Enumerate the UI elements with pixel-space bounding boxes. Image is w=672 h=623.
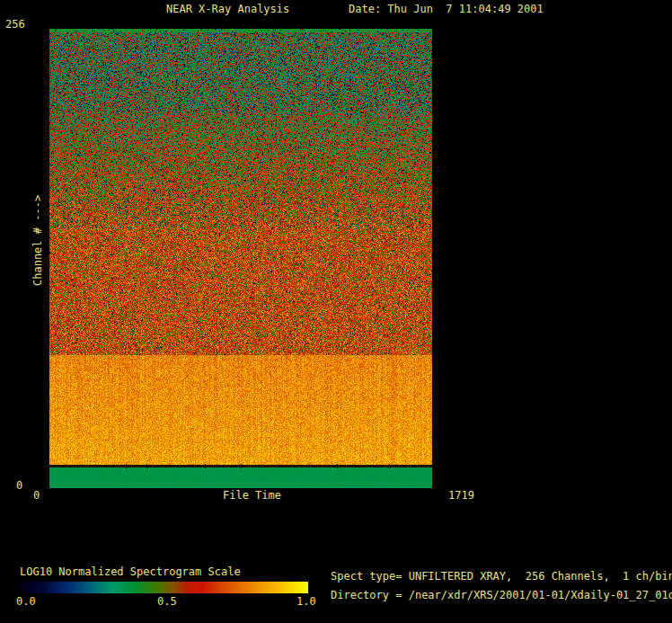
- spect-type-info: Spect type= UNFILTERED XRAY, 256 Channel…: [331, 571, 672, 583]
- xray-analysis-window: NEAR X-Ray Analysis Date: Thu Jun 7 11:0…: [0, 0, 672, 623]
- colorbar-tick-min: 0.0: [16, 596, 36, 608]
- window-title: NEAR X-Ray Analysis: [166, 4, 289, 15]
- colorbar-tick-mid: 0.5: [157, 596, 177, 608]
- colorbar-title: LOG10 Normalized Spectrogram Scale: [20, 566, 241, 578]
- spectrogram-image: [49, 29, 432, 488]
- x-axis-min-label: 0: [33, 490, 40, 502]
- y-axis-max-label: 256: [5, 19, 25, 31]
- x-axis-title: File Time: [223, 490, 281, 502]
- colorbar-gradient: [21, 582, 308, 593]
- y-axis-min-label: 0: [16, 480, 22, 492]
- colorbar-tick-max: 1.0: [296, 596, 316, 608]
- x-axis-max-label: 1719: [448, 490, 474, 502]
- directory-info: Directory = /near/xdr/XRS/2001/01-01/Xda…: [331, 590, 672, 601]
- date-label: Date: Thu Jun 7 11:04:49 2001: [349, 4, 544, 15]
- y-axis-title: Channel # --->: [32, 195, 44, 286]
